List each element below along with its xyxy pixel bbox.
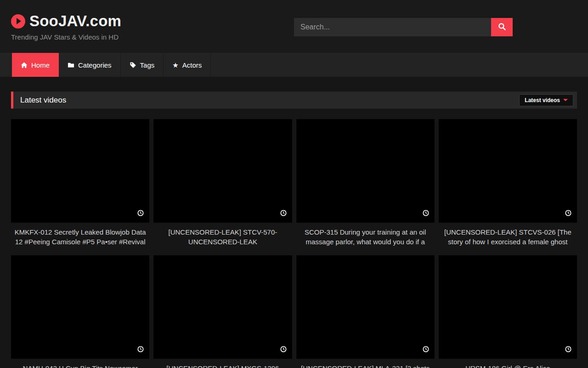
- video-title[interactable]: NAMH-042 H Cup Big Tits Newcomer (170cm …: [11, 363, 149, 368]
- video-card[interactable]: SCOP-315 During your training at an oil …: [296, 119, 435, 247]
- site-logo[interactable]: SooJAV.com: [11, 12, 121, 30]
- nav-item-label: Actors: [182, 61, 202, 69]
- video-thumbnail[interactable]: [296, 255, 435, 359]
- site-header: SooJAV.com Trending JAV Stars & Videos i…: [0, 0, 588, 53]
- clock-icon: [423, 346, 429, 354]
- caret-down-icon: [563, 99, 568, 101]
- video-card[interactable]: [UNCENSORED-LEAK] MXGS-1296 Absolutely: [153, 255, 292, 368]
- video-card[interactable]: [UNCENSORED-LEAK] STCV-570-UNCENSORED-LE…: [153, 119, 292, 247]
- play-circle-icon: [11, 14, 25, 29]
- star-icon: ★: [172, 62, 178, 69]
- section-header: Latest videos Latest videos: [11, 92, 577, 109]
- clock-icon: [565, 210, 571, 218]
- clock-icon: [280, 346, 287, 354]
- video-thumbnail[interactable]: [11, 255, 149, 359]
- nav-inner: Home Categories Tags ★ Actors: [11, 53, 577, 77]
- sort-dropdown-label: Latest videos: [525, 97, 560, 104]
- video-thumbnail[interactable]: [296, 119, 435, 223]
- nav-item-categories[interactable]: Categories: [59, 53, 121, 77]
- home-icon: [21, 62, 28, 69]
- video-card[interactable]: NAMH-042 H Cup Big Tits Newcomer (170cm …: [11, 255, 149, 368]
- main-nav: Home Categories Tags ★ Actors: [0, 53, 588, 77]
- search-bar: [294, 18, 513, 36]
- site-tagline: Trending JAV Stars & Videos in HD: [11, 33, 119, 41]
- video-title[interactable]: KMKFX-012 Secretly Leaked Blowjob Data 1…: [11, 227, 149, 247]
- clock-icon: [137, 210, 144, 218]
- video-card[interactable]: KMKFX-012 Secretly Leaked Blowjob Data 1…: [11, 119, 149, 247]
- video-thumbnail[interactable]: [11, 119, 149, 223]
- video-card[interactable]: [UNCENSORED-LEAK] STCVS-026 [The story o…: [439, 119, 577, 247]
- nav-item-label: Home: [31, 61, 50, 69]
- video-title[interactable]: [UNCENSORED-LEAK] STCVS-026 [The story o…: [439, 227, 577, 247]
- video-title[interactable]: [UNCENSORED-LEAK] MXGS-1296 Absolutely: [153, 363, 292, 368]
- folder-icon: [68, 62, 74, 69]
- video-title[interactable]: [UNCENSORED-LEAK] MLA-231 [3 shots in: [296, 363, 435, 368]
- video-thumbnail[interactable]: [153, 119, 292, 223]
- clock-icon: [565, 346, 571, 354]
- video-card[interactable]: URSM-186 Girl @ Era Alice: [439, 255, 577, 368]
- header-inner: SooJAV.com Trending JAV Stars & Videos i…: [11, 0, 577, 53]
- video-card[interactable]: [UNCENSORED-LEAK] MLA-231 [3 shots in: [296, 255, 435, 368]
- clock-icon: [423, 210, 429, 218]
- tag-icon: [130, 62, 136, 69]
- video-title[interactable]: SCOP-315 During your training at an oil …: [296, 227, 435, 247]
- video-thumbnail[interactable]: [439, 255, 577, 359]
- clock-icon: [137, 346, 144, 354]
- video-thumbnail[interactable]: [439, 119, 577, 223]
- section-title: Latest videos: [20, 96, 66, 105]
- nav-item-home[interactable]: Home: [12, 53, 59, 77]
- main-content: Latest videos Latest videos KMKFX-012 Se…: [11, 92, 577, 368]
- video-thumbnail[interactable]: [153, 255, 292, 359]
- nav-item-tags[interactable]: Tags: [121, 53, 164, 77]
- clock-icon: [280, 210, 287, 218]
- video-title[interactable]: [UNCENSORED-LEAK] STCV-570-UNCENSORED-LE…: [153, 227, 292, 247]
- search-button[interactable]: [491, 18, 513, 36]
- video-grid: KMKFX-012 Secretly Leaked Blowjob Data 1…: [11, 119, 577, 368]
- video-title[interactable]: URSM-186 Girl @ Era Alice: [439, 363, 577, 368]
- search-icon: [498, 23, 506, 32]
- site-name[interactable]: SooJAV.com: [29, 12, 121, 30]
- nav-item-label: Tags: [140, 61, 155, 69]
- nav-item-actors[interactable]: ★ Actors: [164, 53, 211, 77]
- search-input[interactable]: [294, 18, 491, 36]
- nav-item-label: Categories: [78, 61, 112, 69]
- sort-dropdown[interactable]: Latest videos: [519, 94, 573, 106]
